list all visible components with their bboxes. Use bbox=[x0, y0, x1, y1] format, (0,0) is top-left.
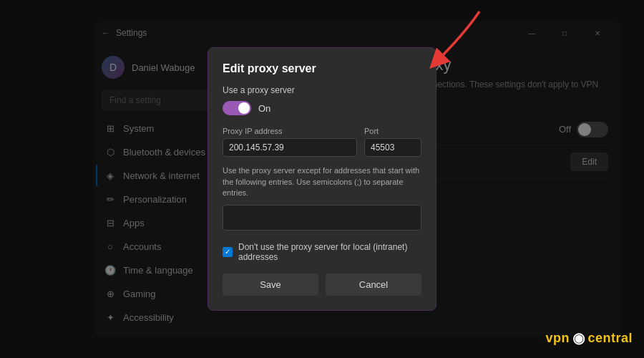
vpn-dot: ◉ bbox=[572, 329, 585, 347]
use-proxy-toggle-label: On bbox=[258, 103, 270, 114]
port-label: Port bbox=[364, 127, 421, 135]
exceptions-desc: Use the proxy server except for addresse… bbox=[223, 165, 421, 198]
proxy-fields-row: Proxy IP address Port bbox=[223, 127, 421, 157]
modal-container: Edit proxy server Use a proxy server On … bbox=[208, 47, 436, 310]
modal-overlay: Edit proxy server Use a proxy server On … bbox=[0, 0, 644, 358]
local-checkbox[interactable]: ✓ bbox=[223, 247, 233, 257]
edit-proxy-modal: Edit proxy server Use a proxy server On … bbox=[208, 47, 436, 310]
checkbox-label: Don't use the proxy server for local (in… bbox=[238, 242, 421, 262]
ip-input[interactable] bbox=[223, 138, 357, 157]
save-button[interactable]: Save bbox=[223, 274, 318, 296]
vpn-text2: central bbox=[587, 331, 633, 346]
modal-title: Edit proxy server bbox=[223, 62, 421, 75]
port-input[interactable] bbox=[364, 138, 421, 157]
vpn-text1: vpn bbox=[545, 331, 570, 346]
checkbox-check-icon: ✓ bbox=[225, 248, 230, 256]
cancel-button[interactable]: Cancel bbox=[326, 274, 421, 296]
exceptions-input[interactable] bbox=[223, 205, 421, 231]
ip-label: Proxy IP address bbox=[223, 127, 357, 135]
modal-toggle-row: On bbox=[223, 101, 421, 115]
checkbox-row: ✓ Don't use the proxy server for local (… bbox=[223, 242, 421, 262]
use-proxy-label: Use a proxy server bbox=[223, 85, 421, 95]
port-field-group: Port bbox=[364, 127, 421, 157]
ip-field-group: Proxy IP address bbox=[223, 127, 357, 157]
modal-buttons: Save Cancel bbox=[223, 274, 421, 296]
vpn-brand: vpn◉central bbox=[545, 329, 633, 347]
use-proxy-toggle[interactable] bbox=[223, 101, 251, 115]
